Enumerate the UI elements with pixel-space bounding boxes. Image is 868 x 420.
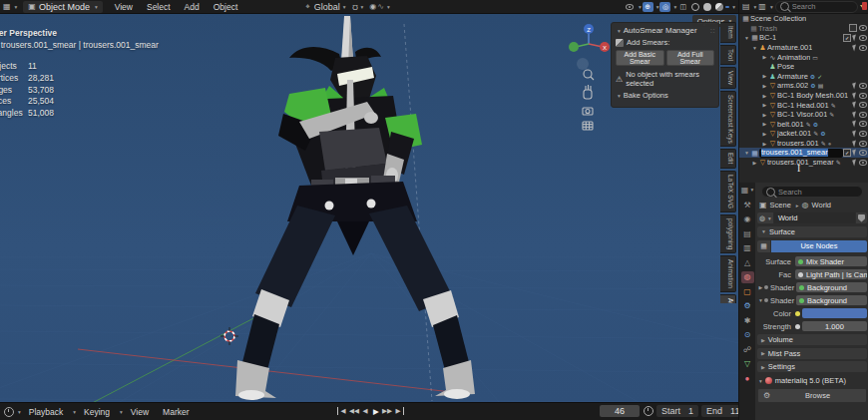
strength-field[interactable]: 1.000	[802, 321, 867, 331]
fac-value-field[interactable]: Light Path | Is Camer	[795, 269, 867, 279]
expander-icon[interactable]: ▶	[761, 73, 768, 79]
selectability-icon[interactable]	[852, 82, 858, 89]
expander-icon[interactable]: ▶	[761, 131, 768, 137]
tab-modifiers-icon[interactable]: ⚙	[741, 300, 754, 312]
tab-material-icon[interactable]: ●	[741, 373, 754, 385]
expander-icon[interactable]: ▼	[751, 45, 758, 51]
use-nodes-button[interactable]: Use Nodes	[771, 240, 867, 252]
selectability-icon[interactable]	[852, 159, 858, 166]
selectability-icon[interactable]	[852, 111, 858, 118]
mode-selector[interactable]: ▣ Object Mode ▾	[23, 1, 102, 13]
breadcrumb-scene[interactable]: Scene	[770, 201, 791, 210]
show-overlays-toggle[interactable]: ◎	[659, 2, 670, 12]
magnet-snap-icon[interactable]: Ω	[352, 3, 358, 11]
menu-playback[interactable]: Playback	[23, 407, 70, 417]
eye-icon[interactable]	[859, 131, 867, 137]
selectability-icon[interactable]	[852, 121, 858, 128]
expander-icon[interactable]: ▼	[757, 297, 764, 303]
start-frame-field[interactable]: Start 1	[656, 405, 698, 417]
show-gizmo-toggle[interactable]: ⊕	[643, 2, 653, 12]
tab-particles-icon[interactable]: ✱	[741, 315, 754, 327]
outliner-editor-icon[interactable]: ▤	[742, 3, 750, 11]
snap-group[interactable]: Ω ▾	[352, 3, 364, 11]
shading-rendered-button[interactable]	[725, 6, 729, 8]
row-pose[interactable]: ♟ Pose	[739, 62, 868, 72]
tab-edit[interactable]: Edit	[720, 149, 736, 168]
play-reverse-button[interactable]: ◀	[360, 407, 370, 415]
menu-keying[interactable]: Keying	[78, 407, 116, 417]
selectability-icon[interactable]	[852, 44, 858, 51]
row-trousers-smear-rename[interactable]: ▼ ▦ trousers.001_smear ✓	[739, 148, 868, 158]
expander-icon[interactable]: ▼	[743, 150, 750, 156]
tab-view-layer-icon[interactable]: ▥	[741, 242, 754, 254]
jump-to-start-button[interactable]: ◀	[337, 407, 348, 415]
menu-add[interactable]: Add	[179, 2, 206, 12]
tab-view[interactable]: View	[720, 67, 736, 89]
breadcrumb-world[interactable]: World	[812, 201, 831, 210]
expander-icon[interactable]: ▶	[761, 121, 768, 127]
row-armature-data[interactable]: ▶ ♟ Armature ⚙ ✓	[739, 72, 868, 82]
menu-object[interactable]: Object	[208, 2, 244, 12]
shading-wireframe-button[interactable]	[689, 2, 700, 12]
expander-icon[interactable]: ▶	[761, 112, 768, 118]
expander-icon[interactable]: ▶	[761, 93, 768, 99]
eye-icon[interactable]	[859, 83, 867, 89]
tab-physics-icon[interactable]: ⊙	[741, 329, 754, 341]
xray-toggle[interactable]: ◫	[677, 2, 688, 12]
exclude-checkbox[interactable]: ✓	[843, 34, 851, 42]
editor-type-chevron-icon[interactable]: ▾	[15, 4, 18, 10]
tab-object-icon[interactable]: ▢	[741, 286, 754, 298]
section-surface[interactable]: ▼ Surface	[757, 226, 867, 237]
row-scene-collection[interactable]: ▦ Scene Collection	[739, 14, 868, 24]
bake-options-label[interactable]: Bake Options	[624, 91, 668, 100]
row-bc1[interactable]: ▼ ▦ BC-1 ✓	[739, 33, 868, 43]
expander-icon[interactable]: ▼	[743, 35, 750, 41]
section-mist-pass[interactable]: ▶ Mist Pass	[757, 348, 867, 359]
shader2-value-field[interactable]: Background	[796, 295, 867, 305]
panel-collapse-icon[interactable]: ▾	[618, 28, 621, 34]
browse-button[interactable]: ⚙ Browse	[757, 388, 867, 403]
next-keyframe-button[interactable]: ▶▶	[382, 407, 392, 415]
tab-scene-icon[interactable]: △	[741, 257, 754, 269]
tab-render-icon[interactable]: ◉	[741, 213, 754, 225]
tab-screencast-keys[interactable]: Screencast Keys	[720, 91, 736, 148]
row-trousers[interactable]: ▶ ▽ trousers.001 ✎ ●	[739, 139, 868, 149]
tab-tool[interactable]: Tool	[720, 45, 736, 65]
display-mode-icon[interactable]: ▥	[758, 3, 766, 11]
world-browse-button[interactable]: ◍▾	[757, 212, 773, 223]
tab-output-icon[interactable]: ▤	[741, 228, 754, 240]
shader1-value-field[interactable]: Background	[796, 282, 867, 292]
add-basic-smear-button[interactable]: Add Basic Smear	[616, 50, 664, 66]
outliner-search-input[interactable]	[792, 2, 853, 11]
menu-select[interactable]: Select	[141, 2, 177, 12]
use-preview-range-icon[interactable]	[644, 406, 653, 416]
expander-icon[interactable]: ▶	[757, 284, 764, 290]
eye-icon[interactable]	[859, 150, 867, 156]
prev-keyframe-button[interactable]: ◀◀	[349, 407, 359, 415]
current-frame-field[interactable]: 46	[600, 405, 640, 417]
properties-search-input[interactable]	[778, 188, 858, 197]
selectability-icon[interactable]	[852, 34, 858, 41]
eye-icon[interactable]	[859, 93, 867, 99]
expander-icon[interactable]: ▶	[761, 83, 768, 89]
timeline-editor-icon[interactable]	[4, 407, 14, 417]
row-arms-002[interactable]: ▶ ▽ arms.002 ⚙ ▤	[739, 81, 868, 91]
editor-type-icon[interactable]: ▦	[3, 3, 11, 11]
add-full-smear-button[interactable]: Add Full Smear	[666, 50, 715, 66]
tab-item[interactable]: Item	[720, 22, 736, 43]
row-animation[interactable]: ▶ ∿ Animation ▭	[739, 52, 868, 62]
bake-collapse-icon[interactable]: ▾	[618, 93, 621, 99]
row-jacket[interactable]: ▶ ▽ jacket.001 ✎ ⚙	[739, 129, 868, 139]
tab-tool-icon[interactable]: ⚒	[741, 200, 754, 211]
row-trousers-smear-child[interactable]: ▶ ▽ trousers.001_smear ✎	[739, 158, 868, 168]
play-button[interactable]: ▶	[371, 407, 381, 416]
expander-icon[interactable]: ▶	[761, 141, 768, 147]
shading-material-button[interactable]	[713, 2, 724, 12]
tab-world-icon[interactable]: ◍	[741, 271, 754, 283]
row-body-mesh[interactable]: ▶ ▽ BC-1 Body Mesh.001	[739, 91, 868, 101]
rename-input[interactable]: trousers.001_smear	[759, 149, 843, 158]
tab-polygoning[interactable]: polygoning	[720, 214, 736, 253]
section-materialiq[interactable]: ▾ materialiq 5.0 (BETA)	[757, 375, 867, 386]
eye-icon[interactable]	[859, 141, 867, 147]
selectability-icon[interactable]	[852, 150, 858, 157]
